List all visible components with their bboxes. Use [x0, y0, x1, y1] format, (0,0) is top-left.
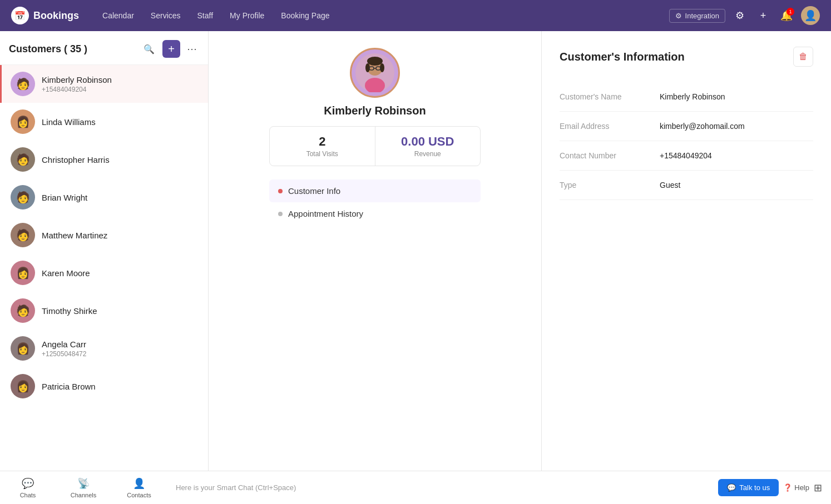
total-visits-value: 2	[281, 134, 364, 149]
customer-name-label: Customer's Name	[560, 92, 660, 101]
bottom-more-button[interactable]: ⊞	[814, 482, 822, 494]
customer-info: Linda Williams	[42, 117, 199, 127]
customer-info: Angela Carr +12505048472	[42, 340, 199, 358]
add-customer-button[interactable]: +	[162, 40, 180, 58]
customer-item[interactable]: 🧑 Timothy Shirke	[0, 292, 208, 330]
bottom-nav-contacts[interactable]: 👤 Contacts	[111, 471, 167, 505]
integration-button[interactable]: ⚙ Integration	[669, 9, 725, 23]
revenue-label: Revenue	[387, 150, 469, 158]
talk-label: Talk to us	[739, 483, 770, 492]
customer-item[interactable]: 🧑 Kimberly Robinson +15484049204	[0, 65, 208, 103]
customer-name: Brian Wright	[42, 193, 199, 202]
integration-icon: ⚙	[675, 12, 682, 20]
tab-customer-info-label: Customer Info	[288, 186, 340, 196]
tab-dot-active	[278, 189, 283, 193]
revenue-value: 0.00 USD	[387, 134, 469, 149]
tab-appointment-history-label: Appointment History	[288, 209, 363, 218]
nav-bookingpage[interactable]: Booking Page	[274, 8, 336, 23]
bottom-nav-channels[interactable]: 📡 Channels	[56, 471, 111, 505]
contacts-label: Contacts	[127, 492, 151, 498]
help-icon: ❓	[783, 483, 792, 492]
customer-name: Timothy Shirke	[42, 306, 199, 316]
help-label: Help	[794, 483, 809, 492]
customer-item[interactable]: 👩 Patricia Brown	[0, 367, 208, 405]
customer-item[interactable]: 🧑 Christopher Harris	[0, 141, 208, 178]
customer-name: Angela Carr	[42, 340, 199, 349]
tab-customer-info[interactable]: Customer Info	[269, 179, 481, 202]
customers-title: Customers ( 35 )	[9, 43, 136, 55]
app-name: Bookings	[33, 10, 79, 22]
nav-calendar[interactable]: Calendar	[96, 8, 141, 23]
bottom-bar: 💬 Chats 📡 Channels 👤 Contacts Here is yo…	[0, 471, 831, 504]
customer-info: Brian Wright	[42, 193, 199, 202]
customer-item[interactable]: 🧑 Brian Wright	[0, 178, 208, 216]
top-navigation: 📅 Bookings Calendar Services Staff My Pr…	[0, 0, 831, 31]
email-row: Email Address kimberly@zohomail.com	[560, 112, 813, 141]
chats-label: Chats	[20, 492, 36, 498]
channels-label: Channels	[71, 492, 96, 498]
customer-item[interactable]: 👩 Karen Moore	[0, 254, 208, 292]
profile-panel: Kimberly Robinson 2 Total Visits 0.00 US…	[209, 31, 542, 471]
add-button[interactable]: +	[754, 7, 772, 24]
search-button[interactable]: 🔍	[140, 40, 158, 58]
contacts-icon: 👤	[133, 477, 145, 490]
help-button[interactable]: ❓ Help	[783, 483, 809, 492]
channels-icon: 📡	[77, 477, 90, 490]
type-value: Guest	[660, 181, 680, 189]
logo-icon: 📅	[11, 7, 29, 24]
customer-item[interactable]: 👩 Linda Williams	[0, 103, 208, 141]
avatar: 👩	[11, 374, 35, 398]
trash-icon: 🗑	[799, 52, 808, 62]
customer-list: 🧑 Kimberly Robinson +15484049204 👩 Linda…	[0, 65, 208, 471]
contact-value: +15484049204	[660, 151, 712, 160]
profile-name: Kimberly Robinson	[324, 104, 426, 117]
add-icon: +	[760, 10, 766, 22]
avatar: 🧑	[11, 147, 35, 172]
customer-name: Linda Williams	[42, 117, 199, 127]
avatar: 👩	[11, 109, 35, 134]
svg-point-3	[367, 57, 383, 66]
search-icon: 🔍	[144, 44, 155, 54]
customer-info: Kimberly Robinson +15484049204	[42, 75, 199, 93]
customer-name-value: Kimberly Robinson	[660, 92, 725, 101]
bottom-nav-chats[interactable]: 💬 Chats	[0, 471, 56, 505]
customer-name: Kimberly Robinson	[42, 75, 199, 84]
bottom-right-actions: 💬 Talk to us ❓ Help ⊞	[709, 479, 831, 496]
nav-myprofile[interactable]: My Profile	[223, 8, 271, 23]
settings-button[interactable]: ⚙	[731, 7, 749, 24]
settings-icon: ⚙	[735, 9, 744, 22]
nav-links: Calendar Services Staff My Profile Booki…	[96, 8, 669, 23]
talk-to-us-button[interactable]: 💬 Talk to us	[718, 479, 779, 496]
customer-info: Matthew Martinez	[42, 231, 199, 240]
customer-info: Karen Moore	[42, 268, 199, 278]
profile-tabs: Customer Info Appointment History	[269, 179, 481, 225]
main-content: Customers ( 35 ) 🔍 + ⋯ 🧑 Kimberly Robins…	[0, 31, 831, 471]
app-logo[interactable]: 📅 Bookings	[11, 7, 79, 24]
chat-icon: 💬	[727, 483, 736, 492]
customer-item[interactable]: 🧑 Matthew Martinez	[0, 216, 208, 254]
customer-name-row: Customer's Name Kimberly Robinson	[560, 82, 813, 112]
customer-item[interactable]: 👩 Angela Carr +12505048472	[0, 330, 208, 367]
nav-staff[interactable]: Staff	[191, 8, 220, 23]
avatar: 🧑	[11, 72, 35, 96]
nav-services[interactable]: Services	[144, 8, 187, 23]
type-label: Type	[560, 181, 660, 189]
email-value: kimberly@zohomail.com	[660, 122, 745, 131]
avatar: 👩	[11, 261, 35, 285]
customer-name: Christopher Harris	[42, 155, 199, 164]
profile-avatar	[350, 48, 400, 98]
total-visits-label: Total Visits	[281, 150, 364, 158]
tab-appointment-history[interactable]: Appointment History	[269, 202, 481, 225]
type-row: Type Guest	[560, 171, 813, 200]
notifications-button[interactable]: 🔔 1	[778, 7, 795, 24]
more-options-button[interactable]: ⋯	[185, 42, 199, 56]
integration-label: Integration	[685, 12, 719, 20]
smart-chat-placeholder: Here is your Smart Chat (Ctrl+Space)	[176, 483, 700, 492]
delete-button[interactable]: 🗑	[793, 47, 813, 67]
smart-chat-bar[interactable]: Here is your Smart Chat (Ctrl+Space)	[167, 483, 709, 492]
avatar: 👩	[11, 336, 35, 361]
revenue-stat: 0.00 USD Revenue	[375, 127, 481, 166]
user-avatar[interactable]: 👤	[801, 6, 820, 25]
customer-info-header: Customer's Information 🗑	[560, 47, 813, 67]
customer-phone: +15484049204	[42, 86, 199, 93]
